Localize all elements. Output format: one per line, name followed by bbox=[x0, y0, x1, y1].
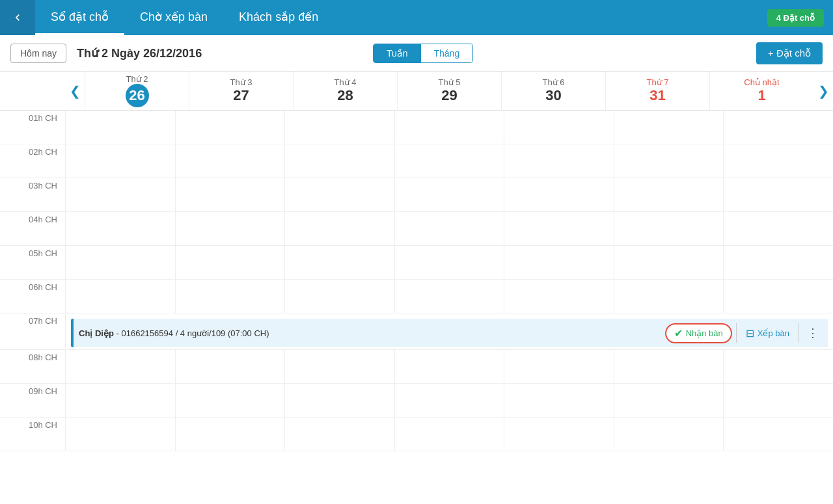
time-cells-09h bbox=[65, 384, 833, 417]
cell-08h-1[interactable] bbox=[175, 350, 285, 383]
time-label-10h: 10h CH bbox=[0, 418, 65, 451]
cell-02h-6[interactable] bbox=[723, 144, 833, 178]
calendar-body: 01h CH 02h CH bbox=[0, 111, 833, 504]
tab-khach-sap-den[interactable]: Khách sắp đến bbox=[223, 0, 334, 35]
cell-01h-6[interactable] bbox=[723, 111, 833, 144]
time-label-04h: 04h CH bbox=[0, 212, 65, 245]
cell-10h-0[interactable] bbox=[66, 418, 175, 451]
time-cells-01h bbox=[65, 111, 833, 144]
cell-01h-3[interactable] bbox=[394, 111, 504, 144]
cell-06h-4[interactable] bbox=[504, 280, 614, 313]
back-button[interactable] bbox=[0, 0, 35, 35]
cell-05h-2[interactable] bbox=[284, 246, 394, 279]
cell-10h-3[interactable] bbox=[394, 418, 504, 451]
time-label-02h: 02h CH bbox=[0, 144, 65, 178]
xep-ban-button[interactable]: ⊟ Xếp bàn bbox=[741, 325, 795, 342]
reservation-detail: / 4 người/109 (07:00 CH) bbox=[176, 328, 269, 338]
cell-08h-0[interactable] bbox=[66, 350, 175, 383]
nhan-ban-label: Nhận bàn bbox=[686, 328, 723, 338]
check-icon: ✔ bbox=[674, 327, 683, 339]
time-label-08h: 08h CH bbox=[0, 350, 65, 383]
cell-04h-4[interactable] bbox=[504, 212, 614, 245]
cell-03h-6[interactable] bbox=[723, 178, 833, 211]
cell-03h-3[interactable] bbox=[394, 178, 504, 211]
reservation-name: Chị Diệp bbox=[79, 328, 114, 338]
cell-10h-1[interactable] bbox=[175, 418, 285, 451]
cell-10h-5[interactable] bbox=[614, 418, 724, 451]
cell-04h-2[interactable] bbox=[284, 212, 394, 245]
cell-01h-5[interactable] bbox=[614, 111, 724, 144]
cell-05h-5[interactable] bbox=[614, 246, 724, 279]
time-label-09h: 09h CH bbox=[0, 384, 65, 417]
day-col-0: Thứ 2 26 bbox=[85, 72, 189, 110]
cell-04h-6[interactable] bbox=[723, 212, 833, 245]
cell-01h-0[interactable] bbox=[66, 111, 175, 144]
cell-09h-2[interactable] bbox=[284, 384, 394, 417]
cell-05h-0[interactable] bbox=[66, 246, 175, 279]
cell-09h-0[interactable] bbox=[66, 384, 175, 417]
cell-02h-1[interactable] bbox=[175, 144, 285, 178]
cell-10h-6[interactable] bbox=[723, 418, 833, 451]
next-week-button[interactable]: ❯ bbox=[813, 72, 833, 110]
cell-09h-3[interactable] bbox=[394, 384, 504, 417]
cell-09h-4[interactable] bbox=[504, 384, 614, 417]
cell-10h-4[interactable] bbox=[504, 418, 614, 451]
cell-02h-4[interactable] bbox=[504, 144, 614, 178]
cell-09h-1[interactable] bbox=[175, 384, 285, 417]
cell-05h-3[interactable] bbox=[394, 246, 504, 279]
cell-06h-6[interactable] bbox=[723, 280, 833, 313]
time-row-08h: 08h CH bbox=[0, 350, 833, 384]
week-view-button[interactable]: Tuần bbox=[374, 44, 421, 62]
cell-09h-5[interactable] bbox=[614, 384, 724, 417]
cell-02h-2[interactable] bbox=[284, 144, 394, 178]
cell-06h-3[interactable] bbox=[394, 280, 504, 313]
cell-08h-3[interactable] bbox=[394, 350, 504, 383]
cell-08h-6[interactable] bbox=[723, 350, 833, 383]
cell-02h-0[interactable] bbox=[66, 144, 175, 178]
cell-06h-0[interactable] bbox=[66, 280, 175, 313]
prev-week-button[interactable]: ❮ bbox=[65, 72, 85, 110]
cell-04h-5[interactable] bbox=[614, 212, 724, 245]
cell-02h-3[interactable] bbox=[394, 144, 504, 178]
cell-09h-6[interactable] bbox=[723, 384, 833, 417]
cell-03h-4[interactable] bbox=[504, 178, 614, 211]
cell-01h-4[interactable] bbox=[504, 111, 614, 144]
tab-cho-xep-ban[interactable]: Chờ xếp bàn bbox=[124, 0, 223, 35]
cell-02h-5[interactable] bbox=[614, 144, 724, 178]
cell-01h-2[interactable] bbox=[284, 111, 394, 144]
action-divider-1 bbox=[736, 323, 737, 343]
more-options-button[interactable]: ⋮ bbox=[803, 326, 823, 340]
today-button[interactable]: Hôm nay bbox=[10, 44, 66, 63]
time-label-01h: 01h CH bbox=[0, 111, 65, 144]
cell-06h-2[interactable] bbox=[284, 280, 394, 313]
add-reservation-button[interactable]: + Đặt chỗ bbox=[756, 42, 823, 64]
day-col-2: Thứ 4 28 bbox=[293, 72, 397, 110]
time-row-06h: 06h CH bbox=[0, 280, 833, 313]
cell-08h-4[interactable] bbox=[504, 350, 614, 383]
cell-04h-0[interactable] bbox=[66, 212, 175, 245]
cell-03h-2[interactable] bbox=[284, 178, 394, 211]
day-col-3: Thứ 5 29 bbox=[397, 72, 501, 110]
cell-06h-5[interactable] bbox=[614, 280, 724, 313]
time-cells-03h bbox=[65, 178, 833, 211]
cell-10h-2[interactable] bbox=[284, 418, 394, 451]
cell-01h-1[interactable] bbox=[175, 111, 285, 144]
time-row-01h: 01h CH bbox=[0, 111, 833, 144]
tab-so-dat-cho[interactable]: Sổ đặt chỗ bbox=[35, 0, 124, 35]
cell-08h-2[interactable] bbox=[284, 350, 394, 383]
nhan-ban-button[interactable]: ✔ Nhận bàn bbox=[665, 323, 732, 343]
cell-03h-1[interactable] bbox=[175, 178, 285, 211]
cell-08h-5[interactable] bbox=[614, 350, 724, 383]
time-label-07h: 07h CH bbox=[0, 313, 65, 349]
cell-05h-1[interactable] bbox=[175, 246, 285, 279]
cell-03h-0[interactable] bbox=[66, 178, 175, 211]
cell-06h-1[interactable] bbox=[175, 280, 285, 313]
reservation-block[interactable]: Chị Diệp - 01662156594 / 4 người/109 (07… bbox=[66, 313, 833, 349]
month-view-button[interactable]: Tháng bbox=[421, 44, 473, 62]
cell-04h-1[interactable] bbox=[175, 212, 285, 245]
cell-05h-6[interactable] bbox=[723, 246, 833, 279]
cell-04h-3[interactable] bbox=[394, 212, 504, 245]
cell-05h-4[interactable] bbox=[504, 246, 614, 279]
cell-03h-5[interactable] bbox=[614, 178, 724, 211]
badge-dat-cho: 4 Đặt chỗ bbox=[767, 9, 824, 27]
